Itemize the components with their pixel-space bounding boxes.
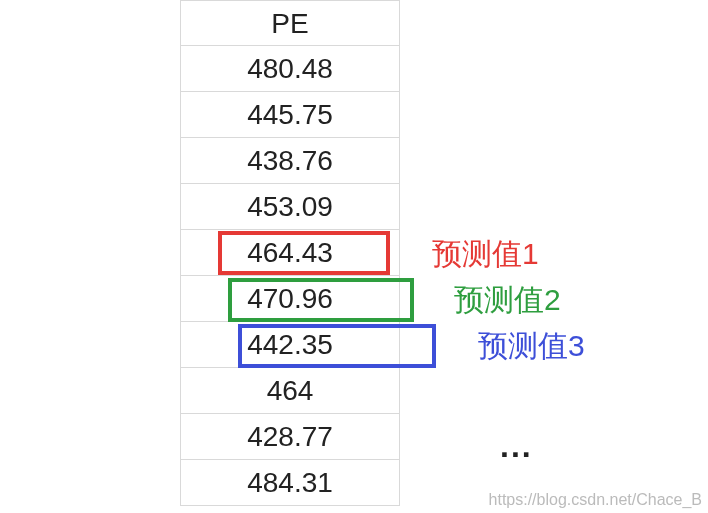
- annotation-predicted-2: 预测值2: [454, 280, 561, 321]
- cell-value: 438.76: [247, 138, 333, 184]
- table-row: 453.09: [180, 184, 400, 230]
- cell-value: 480.48: [247, 46, 333, 92]
- table-row: 464: [180, 368, 400, 414]
- table-row: 480.48: [180, 46, 400, 92]
- annotation-predicted-3: 预测值3: [478, 326, 585, 367]
- table-row: 445.75: [180, 92, 400, 138]
- cell-value: 464: [267, 368, 314, 414]
- table-row: 464.43: [180, 230, 400, 276]
- table-row: 442.35: [180, 322, 400, 368]
- cell-value: 464.43: [247, 230, 333, 276]
- table-row: 470.96: [180, 276, 400, 322]
- ellipsis: ...: [500, 428, 533, 465]
- cell-value: 445.75: [247, 92, 333, 138]
- table-column-pe: PE 480.48 445.75 438.76 453.09 464.43 47…: [180, 0, 400, 506]
- table-row: 438.76: [180, 138, 400, 184]
- cell-value: 484.31: [247, 460, 333, 506]
- table-row: 428.77: [180, 414, 400, 460]
- column-header: PE: [180, 0, 400, 46]
- header-label: PE: [271, 1, 308, 47]
- table-row: 484.31: [180, 460, 400, 506]
- cell-value: 428.77: [247, 414, 333, 460]
- cell-value: 470.96: [247, 276, 333, 322]
- annotation-predicted-1: 预测值1: [432, 234, 539, 275]
- cell-value: 453.09: [247, 184, 333, 230]
- cell-value: 442.35: [247, 322, 333, 368]
- watermark: https://blog.csdn.net/Chace_B: [489, 491, 702, 509]
